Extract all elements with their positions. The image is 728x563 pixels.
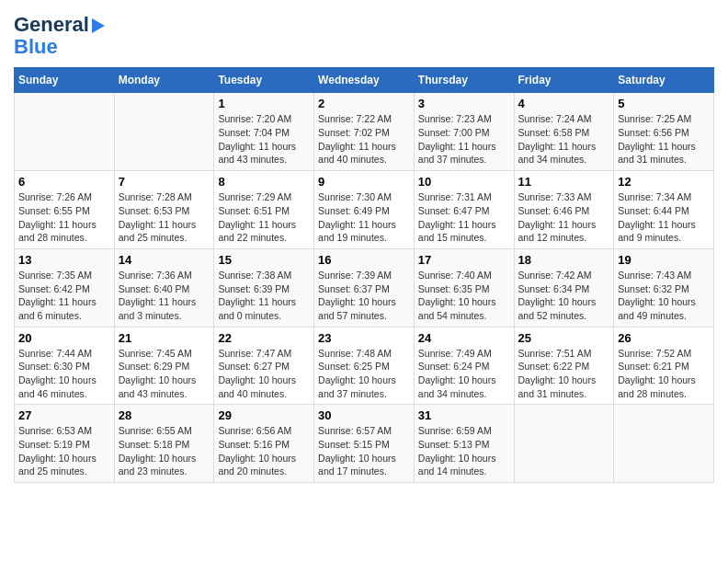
day-info: Sunrise: 7:36 AM Sunset: 6:40 PM Dayligh… [119, 269, 210, 323]
calendar-cell: 1Sunrise: 7:20 AM Sunset: 7:04 PM Daylig… [214, 93, 314, 171]
day-number: 31 [418, 408, 510, 422]
weekday-header-tuesday: Tuesday [214, 68, 314, 93]
day-info: Sunrise: 7:24 AM Sunset: 6:58 PM Dayligh… [518, 112, 610, 167]
day-info: Sunrise: 7:22 AM Sunset: 7:02 PM Dayligh… [318, 112, 410, 167]
day-info: Sunrise: 7:26 AM Sunset: 6:55 PM Dayligh… [18, 190, 110, 245]
day-number: 3 [418, 97, 510, 110]
day-info: Sunrise: 7:30 AM Sunset: 6:49 PM Dayligh… [318, 190, 410, 245]
calendar-cell: 12Sunrise: 7:34 AM Sunset: 6:44 PM Dayli… [614, 171, 714, 249]
day-info: Sunrise: 7:43 AM Sunset: 6:32 PM Dayligh… [618, 269, 710, 323]
calendar-cell: 11Sunrise: 7:33 AM Sunset: 6:46 PM Dayli… [514, 171, 614, 249]
logo-general: General [14, 14, 89, 36]
day-number: 22 [218, 331, 310, 345]
calendar-cell: 27Sunrise: 6:53 AM Sunset: 5:19 PM Dayli… [15, 405, 115, 483]
day-number: 12 [618, 175, 710, 189]
day-info: Sunrise: 7:35 AM Sunset: 6:42 PM Dayligh… [18, 269, 110, 323]
day-info: Sunrise: 7:31 AM Sunset: 6:47 PM Dayligh… [418, 190, 510, 245]
day-number: 5 [618, 97, 710, 110]
calendar-cell: 21Sunrise: 7:45 AM Sunset: 6:29 PM Dayli… [114, 327, 214, 405]
calendar-cell [114, 93, 214, 171]
day-number: 23 [318, 331, 410, 345]
day-number: 15 [218, 253, 310, 267]
day-number: 24 [418, 331, 510, 345]
calendar-cell: 31Sunrise: 6:59 AM Sunset: 5:13 PM Dayli… [414, 405, 514, 483]
day-info: Sunrise: 7:51 AM Sunset: 6:22 PM Dayligh… [518, 347, 610, 401]
day-number: 29 [218, 408, 310, 422]
day-info: Sunrise: 7:40 AM Sunset: 6:35 PM Dayligh… [418, 269, 510, 323]
day-info: Sunrise: 7:20 AM Sunset: 7:04 PM Dayligh… [218, 112, 310, 167]
day-number: 25 [518, 331, 610, 345]
day-number: 17 [418, 253, 510, 267]
day-number: 13 [18, 253, 110, 267]
day-info: Sunrise: 6:59 AM Sunset: 5:13 PM Dayligh… [418, 424, 510, 478]
day-number: 1 [218, 97, 310, 110]
calendar-table: SundayMondayTuesdayWednesdayThursdayFrid… [14, 67, 714, 483]
day-number: 11 [518, 175, 610, 189]
day-number: 10 [418, 175, 510, 189]
weekday-header-row: SundayMondayTuesdayWednesdayThursdayFrid… [15, 68, 714, 93]
day-number: 8 [218, 175, 310, 189]
day-number: 19 [618, 253, 710, 267]
day-number: 4 [518, 97, 610, 110]
calendar-cell [514, 405, 614, 483]
calendar-cell: 18Sunrise: 7:42 AM Sunset: 6:34 PM Dayli… [514, 248, 614, 327]
calendar-cell: 8Sunrise: 7:29 AM Sunset: 6:51 PM Daylig… [214, 171, 314, 249]
day-info: Sunrise: 6:55 AM Sunset: 5:18 PM Dayligh… [119, 424, 210, 478]
calendar-cell: 14Sunrise: 7:36 AM Sunset: 6:40 PM Dayli… [114, 248, 214, 327]
logo-arrow-icon [92, 18, 105, 33]
week-row-3: 13Sunrise: 7:35 AM Sunset: 6:42 PM Dayli… [15, 248, 714, 327]
calendar-cell [614, 405, 714, 483]
logo: General Blue [14, 14, 105, 58]
weekday-header-friday: Friday [514, 68, 614, 93]
day-info: Sunrise: 7:49 AM Sunset: 6:24 PM Dayligh… [418, 347, 510, 401]
calendar-cell: 7Sunrise: 7:28 AM Sunset: 6:53 PM Daylig… [114, 171, 214, 249]
calendar-cell: 13Sunrise: 7:35 AM Sunset: 6:42 PM Dayli… [15, 248, 115, 327]
day-number: 6 [18, 175, 110, 189]
day-info: Sunrise: 7:29 AM Sunset: 6:51 PM Dayligh… [218, 190, 310, 245]
day-info: Sunrise: 7:52 AM Sunset: 6:21 PM Dayligh… [618, 347, 710, 401]
day-info: Sunrise: 6:53 AM Sunset: 5:19 PM Dayligh… [18, 424, 110, 478]
day-number: 26 [618, 331, 710, 345]
calendar-cell: 22Sunrise: 7:47 AM Sunset: 6:27 PM Dayli… [214, 327, 314, 405]
calendar-cell: 24Sunrise: 7:49 AM Sunset: 6:24 PM Dayli… [414, 327, 514, 405]
calendar-cell: 17Sunrise: 7:40 AM Sunset: 6:35 PM Dayli… [414, 248, 514, 327]
calendar-cell: 19Sunrise: 7:43 AM Sunset: 6:32 PM Dayli… [614, 248, 714, 327]
day-info: Sunrise: 6:57 AM Sunset: 5:15 PM Dayligh… [318, 424, 410, 478]
day-number: 7 [119, 175, 210, 189]
week-row-1: 1Sunrise: 7:20 AM Sunset: 7:04 PM Daylig… [15, 93, 714, 171]
weekday-header-wednesday: Wednesday [314, 68, 415, 93]
day-info: Sunrise: 7:38 AM Sunset: 6:39 PM Dayligh… [218, 269, 310, 323]
calendar-cell: 9Sunrise: 7:30 AM Sunset: 6:49 PM Daylig… [314, 171, 415, 249]
calendar-cell: 4Sunrise: 7:24 AM Sunset: 6:58 PM Daylig… [514, 93, 614, 171]
day-number: 28 [119, 408, 210, 422]
day-info: Sunrise: 7:45 AM Sunset: 6:29 PM Dayligh… [119, 347, 210, 401]
weekday-header-sunday: Sunday [15, 68, 115, 93]
calendar-cell: 30Sunrise: 6:57 AM Sunset: 5:15 PM Dayli… [314, 405, 415, 483]
calendar-cell: 28Sunrise: 6:55 AM Sunset: 5:18 PM Dayli… [114, 405, 214, 483]
calendar-cell: 26Sunrise: 7:52 AM Sunset: 6:21 PM Dayli… [614, 327, 714, 405]
calendar-cell: 5Sunrise: 7:25 AM Sunset: 6:56 PM Daylig… [614, 93, 714, 171]
calendar-cell [15, 93, 115, 171]
day-number: 9 [318, 175, 410, 189]
day-info: Sunrise: 7:42 AM Sunset: 6:34 PM Dayligh… [518, 269, 610, 323]
calendar-cell: 25Sunrise: 7:51 AM Sunset: 6:22 PM Dayli… [514, 327, 614, 405]
day-info: Sunrise: 7:28 AM Sunset: 6:53 PM Dayligh… [119, 190, 210, 245]
day-info: Sunrise: 7:44 AM Sunset: 6:30 PM Dayligh… [18, 347, 110, 401]
calendar-cell: 15Sunrise: 7:38 AM Sunset: 6:39 PM Dayli… [214, 248, 314, 327]
day-number: 16 [318, 253, 410, 267]
weekday-header-saturday: Saturday [614, 68, 714, 93]
calendar-cell: 16Sunrise: 7:39 AM Sunset: 6:37 PM Dayli… [314, 248, 415, 327]
logo-blue: Blue [14, 35, 58, 58]
day-info: Sunrise: 7:39 AM Sunset: 6:37 PM Dayligh… [318, 269, 410, 323]
calendar-cell: 3Sunrise: 7:23 AM Sunset: 7:00 PM Daylig… [414, 93, 514, 171]
day-number: 20 [18, 331, 110, 345]
day-number: 18 [518, 253, 610, 267]
weekday-header-monday: Monday [114, 68, 214, 93]
calendar-cell: 2Sunrise: 7:22 AM Sunset: 7:02 PM Daylig… [314, 93, 415, 171]
day-info: Sunrise: 7:48 AM Sunset: 6:25 PM Dayligh… [318, 347, 410, 401]
calendar-cell: 29Sunrise: 6:56 AM Sunset: 5:16 PM Dayli… [214, 405, 314, 483]
calendar-cell: 23Sunrise: 7:48 AM Sunset: 6:25 PM Dayli… [314, 327, 415, 405]
day-info: Sunrise: 7:47 AM Sunset: 6:27 PM Dayligh… [218, 347, 310, 401]
day-info: Sunrise: 7:34 AM Sunset: 6:44 PM Dayligh… [618, 190, 710, 245]
day-info: Sunrise: 7:33 AM Sunset: 6:46 PM Dayligh… [518, 190, 610, 245]
